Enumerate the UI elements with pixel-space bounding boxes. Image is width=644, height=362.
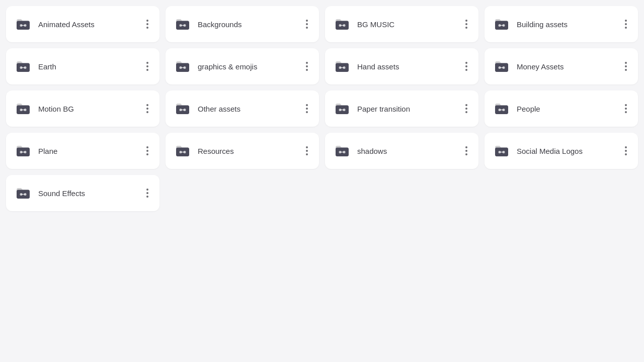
folder-icon-people <box>493 100 511 118</box>
card-label-hand-assets: Hand assets <box>357 62 399 71</box>
card-left-bg-music: BG MUSIC <box>333 15 394 33</box>
more-button-hand-assets[interactable] <box>462 59 470 74</box>
card-left-plane: Plane <box>14 142 57 160</box>
more-icon-other-assets <box>305 103 309 114</box>
card-left-resources: Resources <box>174 142 234 160</box>
card-resources[interactable]: Resources <box>166 133 319 169</box>
card-backgrounds[interactable]: Backgrounds <box>166 6 319 42</box>
card-animated-assets[interactable]: Animated Assets <box>6 6 159 42</box>
more-button-plane[interactable] <box>143 143 151 158</box>
folder-icon-plane <box>14 142 32 160</box>
folder-icon-bg-music <box>333 15 351 33</box>
more-icon-people <box>624 103 628 114</box>
more-icon-sound-effects <box>145 188 149 199</box>
folder-icon-paper-transition <box>333 100 351 118</box>
card-label-people: People <box>517 105 540 113</box>
card-sound-effects[interactable]: Sound Effects <box>6 175 159 211</box>
folder-icon-money-assets <box>493 57 511 75</box>
card-label-money-assets: Money Assets <box>517 62 564 71</box>
card-left-graphics-emojis: graphics & emojis <box>174 57 257 75</box>
more-icon-social-media-logos <box>624 145 628 156</box>
card-left-shadows: shadows <box>333 142 387 160</box>
folder-icon-other-assets <box>174 100 192 118</box>
more-icon-paper-transition <box>464 103 468 114</box>
more-button-backgrounds[interactable] <box>303 17 311 32</box>
folder-icon-resources <box>174 142 192 160</box>
card-label-plane: Plane <box>38 147 57 155</box>
more-button-people[interactable] <box>622 101 630 116</box>
card-label-backgrounds: Backgrounds <box>198 20 242 29</box>
card-paper-transition[interactable]: Paper transition <box>325 90 478 127</box>
card-label-building-assets: Building assets <box>517 20 568 29</box>
assets-grid: Animated Assets <box>6 6 638 211</box>
folder-icon-earth <box>14 57 32 75</box>
card-left-other-assets: Other assets <box>174 100 240 118</box>
more-icon-plane <box>145 145 149 156</box>
card-people[interactable]: People <box>485 90 638 127</box>
card-label-social-media-logos: Social Media Logos <box>517 147 583 155</box>
card-label-motion-bg: Motion BG <box>38 105 74 113</box>
card-motion-bg[interactable]: Motion BG <box>6 90 159 127</box>
card-left-building-assets: Building assets <box>493 15 568 33</box>
card-social-media-logos[interactable]: Social Media Logos <box>485 133 638 169</box>
more-button-animated-assets[interactable] <box>143 17 151 32</box>
more-button-other-assets[interactable] <box>303 101 311 116</box>
more-icon-resources <box>305 145 309 156</box>
card-hand-assets[interactable]: Hand assets <box>325 48 478 84</box>
card-label-paper-transition: Paper transition <box>357 105 410 113</box>
card-label-graphics-emojis: graphics & emojis <box>198 62 257 71</box>
card-other-assets[interactable]: Other assets <box>166 90 319 127</box>
card-left-backgrounds: Backgrounds <box>174 15 242 33</box>
folder-icon-animated-assets <box>14 15 32 33</box>
card-plane[interactable]: Plane <box>6 133 159 169</box>
card-bg-music[interactable]: BG MUSIC <box>325 6 478 42</box>
more-button-resources[interactable] <box>303 143 311 158</box>
more-icon-motion-bg <box>145 103 149 114</box>
folder-icon-social-media-logos <box>493 142 511 160</box>
folder-icon-building-assets <box>493 15 511 33</box>
more-button-motion-bg[interactable] <box>143 101 151 116</box>
card-money-assets[interactable]: Money Assets <box>485 48 638 84</box>
card-shadows[interactable]: shadows <box>325 133 478 169</box>
more-icon-hand-assets <box>464 61 468 72</box>
card-left-sound-effects: Sound Effects <box>14 184 85 202</box>
card-label-other-assets: Other assets <box>198 105 240 113</box>
card-left-people: People <box>493 100 540 118</box>
folder-icon-sound-effects <box>14 184 32 202</box>
card-label-shadows: shadows <box>357 147 387 155</box>
more-button-bg-music[interactable] <box>462 17 470 32</box>
card-label-animated-assets: Animated Assets <box>38 20 95 29</box>
folder-icon-backgrounds <box>174 15 192 33</box>
more-icon-backgrounds <box>305 19 309 30</box>
card-left-money-assets: Money Assets <box>493 57 564 75</box>
more-button-sound-effects[interactable] <box>143 186 151 201</box>
more-button-paper-transition[interactable] <box>462 101 470 116</box>
card-left-paper-transition: Paper transition <box>333 100 410 118</box>
more-icon-earth <box>145 61 149 72</box>
folder-icon-shadows <box>333 142 351 160</box>
card-graphics-emojis[interactable]: graphics & emojis <box>166 48 319 84</box>
card-label-earth: Earth <box>38 62 56 71</box>
more-icon-graphics-emojis <box>305 61 309 72</box>
more-button-building-assets[interactable] <box>622 17 630 32</box>
more-button-earth[interactable] <box>143 59 151 74</box>
more-button-money-assets[interactable] <box>622 59 630 74</box>
card-left-earth: Earth <box>14 57 56 75</box>
card-building-assets[interactable]: Building assets <box>485 6 638 42</box>
more-icon-money-assets <box>624 61 628 72</box>
card-left-animated-assets: Animated Assets <box>14 15 95 33</box>
card-left-hand-assets: Hand assets <box>333 57 399 75</box>
folder-icon-motion-bg <box>14 100 32 118</box>
more-button-graphics-emojis[interactable] <box>303 59 311 74</box>
card-label-sound-effects: Sound Effects <box>38 189 85 198</box>
folder-icon-graphics-emojis <box>174 57 192 75</box>
more-button-social-media-logos[interactable] <box>622 143 630 158</box>
card-label-resources: Resources <box>198 147 234 155</box>
card-left-social-media-logos: Social Media Logos <box>493 142 583 160</box>
card-left-motion-bg: Motion BG <box>14 100 74 118</box>
more-icon-shadows <box>464 145 468 156</box>
more-button-shadows[interactable] <box>462 143 470 158</box>
more-icon-bg-music <box>464 19 468 30</box>
card-earth[interactable]: Earth <box>6 48 159 84</box>
more-icon-animated-assets <box>145 19 149 30</box>
